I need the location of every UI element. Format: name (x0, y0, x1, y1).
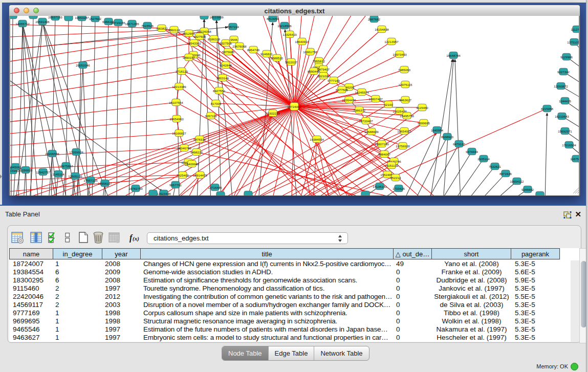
svg-text:16409948: 16409948 (185, 162, 199, 166)
svg-text:17957225: 17957225 (83, 179, 98, 182)
svg-text:16671355: 16671355 (125, 22, 139, 26)
svg-text:(x): (x) (133, 235, 139, 242)
svg-text:9657791: 9657791 (169, 183, 182, 187)
svg-text:8186328: 8186328 (208, 37, 221, 41)
svg-text:19654923: 19654923 (397, 129, 411, 133)
svg-text:12923448: 12923448 (157, 192, 171, 195)
svg-text:9129966: 9129966 (560, 55, 573, 59)
svg-text:10975867: 10975867 (59, 164, 73, 168)
svg-text:14055712: 14055712 (15, 22, 30, 26)
svg-text:3267110: 3267110 (205, 114, 217, 118)
svg-text:16245574: 16245574 (355, 91, 369, 94)
svg-text:10046768: 10046768 (177, 146, 191, 150)
svg-text:1527602: 1527602 (89, 17, 102, 20)
svg-text:8471636: 8471636 (499, 172, 512, 176)
svg-text:9890157: 9890157 (183, 56, 195, 59)
svg-text:16914479: 16914479 (193, 173, 207, 177)
svg-text:7663822: 7663822 (156, 27, 168, 30)
svg-text:8938923: 8938923 (441, 135, 454, 139)
svg-text:10653287: 10653287 (75, 16, 89, 19)
svg-text:9115460: 9115460 (416, 106, 428, 110)
svg-text:7632621: 7632621 (489, 165, 502, 168)
svg-text:62100: 62100 (384, 103, 393, 106)
svg-text:12942757: 12942757 (36, 170, 50, 174)
svg-text:9245652: 9245652 (521, 188, 534, 191)
svg-text:13716485: 13716485 (208, 186, 222, 189)
svg-text:15692971: 15692971 (558, 129, 572, 133)
svg-text:13325419: 13325419 (282, 33, 297, 36)
svg-text:10973493: 10973493 (393, 53, 407, 56)
svg-text:7485063: 7485063 (398, 68, 411, 72)
svg-text:16961758: 16961758 (303, 50, 317, 54)
svg-text:8860124: 8860124 (168, 28, 181, 32)
svg-text:12093872: 12093872 (554, 84, 568, 88)
svg-text:1145114: 1145114 (52, 172, 64, 176)
svg-text:15495758: 15495758 (400, 114, 414, 118)
svg-text:19384554: 19384554 (310, 138, 324, 141)
svg-text:19756928: 19756928 (396, 144, 410, 148)
svg-text:10807487: 10807487 (368, 97, 383, 101)
svg-text:8813054: 8813054 (267, 17, 279, 20)
svg-text:16648784: 16648784 (446, 54, 461, 57)
svg-text:2887682: 2887682 (368, 17, 381, 21)
svg-text:23302233: 23302233 (266, 112, 280, 115)
svg-text:2803144: 2803144 (216, 76, 229, 80)
svg-text:11156829: 11156829 (19, 168, 33, 172)
svg-text:7955812: 7955812 (313, 59, 325, 63)
svg-text:10958107: 10958107 (98, 182, 112, 185)
svg-text:9227342: 9227342 (557, 70, 570, 74)
svg-text:20206556: 20206556 (45, 152, 59, 156)
svg-text:8427552: 8427552 (213, 89, 226, 93)
svg-text:5878334: 5878334 (193, 138, 206, 141)
svg-text:17359928: 17359928 (69, 150, 83, 154)
svg-text:9146821: 9146821 (260, 52, 273, 56)
svg-text:9546: 9546 (230, 38, 237, 41)
svg-text:16543362: 16543362 (187, 41, 201, 45)
svg-text:7515526: 7515526 (141, 24, 154, 28)
svg-text:16782759: 16782759 (128, 187, 143, 190)
svg-text:16033809: 16033809 (209, 16, 224, 19)
svg-text:16151132: 16151132 (384, 164, 399, 167)
svg-text:252214: 252214 (390, 176, 401, 180)
svg-text:18640910: 18640910 (295, 40, 309, 43)
svg-text:9327509: 9327509 (193, 35, 206, 38)
svg-text:7386372: 7386372 (353, 108, 366, 112)
svg-text:817006: 817006 (211, 102, 222, 105)
svg-text:1244415: 1244415 (559, 99, 572, 103)
svg-text:16107554: 16107554 (169, 101, 183, 104)
svg-text:12975115: 12975115 (398, 83, 412, 86)
svg-text:12213957: 12213957 (384, 40, 399, 43)
svg-text:5875685: 5875685 (222, 50, 235, 54)
svg-text:1733426: 1733426 (393, 187, 405, 190)
svg-text:14136141: 14136141 (373, 185, 387, 188)
svg-text:16154838: 16154838 (375, 28, 389, 31)
svg-text:1621022: 1621022 (317, 74, 330, 78)
svg-text:9699695: 9699695 (418, 121, 430, 125)
svg-text:9474444: 9474444 (466, 150, 478, 154)
svg-text:23676068: 23676068 (232, 45, 247, 48)
svg-text:1167534: 1167534 (570, 157, 579, 161)
svg-text:9463627: 9463627 (399, 98, 412, 102)
svg-text:20691406: 20691406 (35, 20, 50, 24)
svg-text:1640954: 1640954 (431, 128, 444, 132)
svg-text:10688609: 10688609 (364, 130, 379, 134)
svg-text:6477505: 6477505 (336, 88, 349, 92)
svg-text:12213389: 12213389 (172, 85, 186, 89)
svg-text:2935114: 2935114 (477, 157, 490, 161)
svg-text:2718129: 2718129 (176, 70, 188, 73)
svg-text:20937193: 20937193 (48, 16, 62, 19)
svg-text:10654112: 10654112 (510, 180, 524, 183)
svg-text:18724007: 18724007 (287, 105, 301, 108)
svg-text:1112747: 1112747 (571, 28, 579, 31)
svg-text:17016504: 17016504 (562, 143, 576, 147)
svg-text:20364436: 20364436 (342, 98, 356, 102)
svg-text:5822037: 5822037 (285, 60, 298, 64)
svg-text:20053346: 20053346 (76, 63, 90, 67)
svg-text:9498222: 9498222 (190, 150, 203, 154)
svg-text:23226058: 23226058 (197, 30, 211, 33)
svg-text:8454749: 8454749 (247, 48, 260, 52)
svg-text:19218506: 19218506 (277, 24, 292, 28)
svg-text:19654963: 19654963 (169, 117, 184, 121)
svg-text:19166827: 19166827 (172, 132, 186, 135)
svg-text:7357224: 7357224 (227, 25, 239, 29)
